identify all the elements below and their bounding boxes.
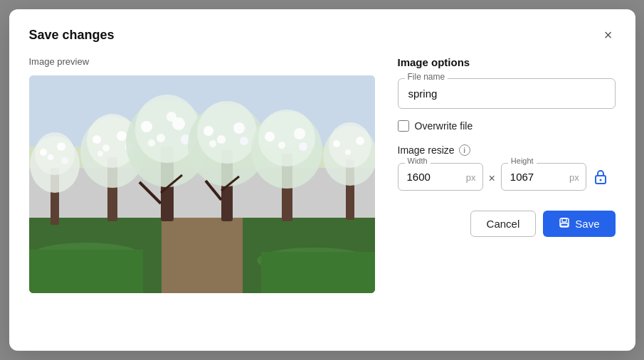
file-name-input[interactable] bbox=[398, 78, 616, 109]
resize-inputs: Width px × Height px bbox=[398, 163, 616, 191]
image-options-panel: Image options File name Overwrite file I… bbox=[398, 56, 616, 293]
svg-point-60 bbox=[599, 179, 601, 181]
file-name-label: File name bbox=[405, 72, 448, 82]
svg-rect-61 bbox=[560, 218, 569, 227]
modal-title: Save changes bbox=[29, 28, 115, 43]
svg-point-49 bbox=[356, 137, 364, 145]
dimension-separator: × bbox=[489, 172, 495, 185]
svg-point-36 bbox=[240, 137, 248, 145]
file-name-group: File name bbox=[398, 78, 616, 109]
svg-point-16 bbox=[93, 135, 101, 144]
cancel-button[interactable]: Cancel bbox=[470, 211, 537, 237]
width-label: Width bbox=[405, 157, 431, 165]
svg-point-10 bbox=[57, 142, 65, 151]
svg-point-34 bbox=[233, 122, 245, 134]
info-icon[interactable]: i bbox=[459, 144, 470, 156]
width-field: Width px bbox=[398, 163, 483, 191]
height-input[interactable] bbox=[501, 163, 586, 191]
svg-point-48 bbox=[333, 140, 340, 147]
svg-point-17 bbox=[117, 131, 127, 141]
svg-rect-58 bbox=[261, 252, 375, 293]
svg-point-42 bbox=[294, 128, 305, 139]
overwrite-label[interactable]: Overwrite file bbox=[415, 120, 473, 132]
svg-point-9 bbox=[40, 149, 47, 156]
resize-label: Image resize bbox=[398, 144, 455, 156]
svg-point-37 bbox=[209, 140, 216, 147]
preview-image bbox=[29, 75, 375, 293]
svg-point-20 bbox=[97, 151, 103, 157]
svg-point-28 bbox=[148, 139, 155, 147]
svg-point-33 bbox=[204, 126, 213, 136]
svg-point-26 bbox=[157, 134, 165, 142]
svg-point-29 bbox=[167, 112, 176, 122]
modal-header: Save changes × bbox=[29, 26, 616, 43]
svg-rect-63 bbox=[561, 223, 568, 226]
svg-point-41 bbox=[265, 132, 275, 142]
image-preview-box bbox=[29, 75, 375, 293]
overwrite-row: Overwrite file bbox=[398, 120, 616, 132]
svg-point-35 bbox=[217, 135, 226, 144]
aspect-ratio-lock-icon[interactable] bbox=[593, 169, 608, 188]
modal-footer: Cancel Save bbox=[398, 211, 616, 237]
svg-point-43 bbox=[278, 142, 285, 149]
save-changes-modal: Save changes × Image preview bbox=[9, 9, 635, 351]
svg-point-44 bbox=[299, 142, 307, 151]
svg-point-12 bbox=[61, 157, 68, 164]
image-preview-panel: Image preview bbox=[29, 56, 375, 293]
image-preview-label: Image preview bbox=[29, 56, 375, 67]
modal-body: Image preview bbox=[29, 56, 616, 293]
svg-point-18 bbox=[102, 144, 110, 152]
width-input[interactable] bbox=[398, 163, 483, 191]
save-button[interactable]: Save bbox=[543, 211, 615, 237]
svg-point-50 bbox=[345, 149, 351, 155]
close-button[interactable]: × bbox=[601, 26, 616, 43]
height-label: Height bbox=[508, 157, 537, 165]
image-options-label: Image options bbox=[398, 56, 616, 68]
overwrite-checkbox[interactable] bbox=[398, 120, 409, 132]
save-icon bbox=[559, 217, 570, 231]
save-label: Save bbox=[575, 218, 599, 230]
svg-point-24 bbox=[141, 121, 152, 132]
svg-point-11 bbox=[48, 154, 53, 160]
svg-rect-57 bbox=[29, 250, 143, 293]
height-field: Height px bbox=[501, 163, 586, 191]
resize-row-label: Image resize i bbox=[398, 144, 616, 156]
